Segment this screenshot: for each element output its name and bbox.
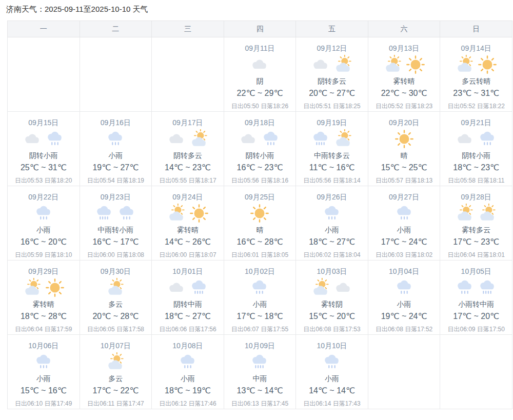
temperature-range: 22℃ ~ 29℃ [237, 88, 283, 98]
weather-icons [34, 203, 53, 224]
weather-condition: 中雨转多云 [314, 151, 350, 160]
calendar-body: 09月11日 阴22℃ ~ 29℃日出05:50 日落18:2609月12日 阴… [8, 37, 512, 409]
empty-day-cell [368, 335, 440, 409]
cloudy-icon [333, 55, 353, 74]
sunrise-sunset: 日出06:05 日落17:58 [87, 326, 144, 333]
weather-icons [239, 129, 281, 149]
weather-icons [250, 54, 269, 75]
rain-light-icon [322, 352, 342, 372]
weather-condition: 阴转多云 [318, 76, 346, 86]
rain-light-icon [394, 278, 414, 297]
weather-icons [455, 277, 497, 298]
temperature-range: 20℃ ~ 27℃ [309, 88, 355, 98]
weather-condition: 中雨转小雨 [97, 225, 133, 234]
day-date: 09月17日 [172, 118, 203, 127]
temperature-range: 11℃ ~ 16℃ [309, 163, 355, 172]
temperature-range: 14℃ ~ 14℃ [309, 386, 355, 395]
page-title: 济南天气：2025-09-11至2025-10-10 天气 [6, 5, 513, 14]
weather-condition: 小雨 [397, 299, 411, 309]
cloudy-icon [478, 204, 497, 223]
sunrise-sunset: 日出06:00 日落18:07 [159, 251, 216, 258]
day-date: 09月28日 [461, 193, 491, 201]
temperature-range: 20℃ ~ 28℃ [92, 311, 139, 321]
day-date: 09月19日 [317, 118, 347, 127]
weather-condition: 小雨 [36, 374, 51, 383]
empty-day-cell [152, 37, 224, 112]
day-date: 10月08日 [172, 342, 203, 350]
weather-condition: 雾转晴 [177, 225, 199, 234]
rain-light-icon [34, 352, 53, 372]
weather-icons [311, 54, 353, 75]
temperature-range: 15℃ ~ 25℃ [381, 163, 427, 172]
day-date: 10月07日 [101, 342, 131, 350]
overcast-icon [250, 55, 269, 74]
temperature-range: 18℃ ~ 19℃ [165, 386, 211, 395]
cloudy-icon [189, 129, 209, 149]
rain-light-icon [45, 129, 65, 149]
rain-light-icon [178, 352, 198, 372]
weather-icons [23, 277, 65, 298]
overcast-icon [239, 129, 258, 149]
sunrise-sunset: 日出06:11 日落17:47 [87, 400, 144, 407]
weather-condition: 雾转多云 [462, 225, 490, 234]
sunrise-sunset: 日出05:58 日落18:11 [448, 177, 505, 184]
overcast-icon [167, 278, 186, 297]
sunrise-sunset: 日出05:59 日落18:10 [15, 251, 72, 258]
day-date: 09月23日 [101, 193, 131, 201]
day-cell: 10月05日 小雨转中雨17℃ ~ 20℃日出06:09 日落17:50 [440, 261, 512, 335]
temperature-range: 17℃ ~ 18℃ [237, 311, 283, 321]
overcast-icon [311, 55, 330, 74]
weather-icons [311, 129, 353, 149]
sunrise-sunset: 日出06:12 日落17:46 [159, 400, 216, 407]
empty-day-cell [80, 37, 152, 112]
temperature-range: 16℃ ~ 23℃ [237, 163, 283, 172]
sunrise-sunset: 日出05:56 日落18:16 [231, 177, 288, 184]
cloudy-icon [311, 278, 330, 297]
overcast-icon [455, 129, 475, 149]
day-date: 09月22日 [28, 193, 58, 201]
weather-condition: 多云转晴 [462, 76, 490, 86]
day-date: 10月05日 [461, 267, 491, 275]
sunny-icon [478, 55, 497, 74]
calendar-week-row: 09月22日 小雨16℃ ~ 20℃日出05:59 日落18:1009月23日 … [8, 186, 512, 261]
weather-icons [167, 129, 209, 149]
temperature-range: 18℃ ~ 27℃ [165, 311, 211, 321]
day-cell: 10月07日 多云17℃ ~ 22℃日出06:11 日落17:47 [80, 335, 152, 409]
weather-condition: 小雨 [181, 374, 195, 383]
sunrise-sunset: 日出06:03 日落18:02 [376, 251, 432, 258]
weather-calendar-table: 一二三四五六日 09月11日 阴22℃ ~ 29℃日出05:50 日落18:26… [7, 21, 512, 409]
weekday-header: 四 [224, 21, 296, 37]
day-cell: 09月30日 多云20℃ ~ 28℃日出06:05 日落17:58 [80, 261, 152, 335]
sunrise-sunset: 日出06:04 日落18:01 [447, 251, 504, 258]
temperature-range: 16℃ ~ 28℃ [237, 237, 283, 247]
day-date: 09月27日 [389, 193, 419, 201]
weather-icons [94, 203, 136, 224]
weather-icons [178, 352, 198, 372]
sunrise-sunset: 日出06:07 日落17:55 [231, 326, 288, 333]
sunrise-sunset: 日出05:52 日落18:22 [447, 103, 504, 110]
temperature-range: 22℃ ~ 30℃ [381, 88, 427, 98]
weather-condition: 雾转晴 [33, 299, 54, 309]
empty-day-cell [440, 335, 512, 409]
rain-mid-icon [189, 278, 209, 297]
cloudy-icon [383, 55, 403, 74]
day-date: 10月04日 [389, 267, 419, 275]
day-date: 09月14日 [461, 44, 491, 52]
weather-condition: 小雨 [325, 374, 339, 383]
day-cell: 09月22日 小雨16℃ ~ 20℃日出05:59 日落18:10 [8, 186, 80, 261]
day-cell: 09月21日 阴转小雨18℃ ~ 23℃日出05:58 日落18:11 [440, 112, 512, 186]
day-cell: 09月14日 多云转晴23℃ ~ 31℃日出05:52 日落18:22 [440, 37, 512, 112]
rain-mid-icon [478, 278, 497, 297]
day-cell: 10月02日 小雨17℃ ~ 18℃日出06:07 日落17:55 [224, 261, 296, 335]
weather-icons [322, 203, 342, 224]
day-cell: 10月10日 小雨14℃ ~ 14℃日出06:14 日落17:43 [296, 335, 368, 409]
temperature-range: 19℃ ~ 27℃ [92, 163, 139, 172]
sunrise-sunset: 日出05:53 日落18:20 [15, 177, 72, 184]
temperature-range: 15℃ ~ 16℃ [21, 386, 67, 395]
sunrise-sunset: 日出05:50 日落18:26 [231, 103, 288, 110]
weather-icons [167, 203, 209, 224]
sunny-icon [250, 204, 269, 223]
weather-condition: 小雨 [108, 151, 123, 160]
overcast-icon [333, 278, 353, 297]
weather-condition: 阴 [256, 76, 263, 86]
